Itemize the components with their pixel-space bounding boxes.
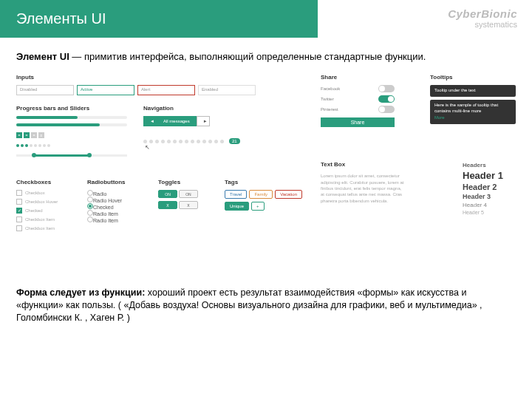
- checkboxes-section: Checkboxes Checkbox Checkbox Hover Check…: [16, 179, 80, 234]
- slide-title: Элементы UI: [16, 10, 106, 27]
- input-active[interactable]: Active: [77, 85, 134, 95]
- tooltip-more-link[interactable]: More: [434, 115, 511, 121]
- radio[interactable]: [87, 216, 93, 222]
- cursor-icon: ↖: [145, 144, 240, 151]
- tags-section: Tags Travel Family Vacation Unique +: [225, 179, 302, 214]
- brand-logo: CyberBionic systematics: [448, 7, 517, 29]
- tags-heading: Tags: [225, 179, 302, 185]
- inputs-section: Inputs Disabled Active Alert Enabled: [16, 74, 256, 95]
- checkboxes-heading: Checkboxes: [16, 179, 80, 185]
- radio[interactable]: [87, 197, 93, 202]
- toggle-on[interactable]: ON: [158, 190, 177, 198]
- navigation-section: Navigation ◄ All messages ► 21 ↖: [143, 105, 240, 151]
- checkbox[interactable]: [16, 199, 22, 205]
- ui-showcase: Inputs Disabled Active Alert Enabled Pro…: [16, 68, 516, 282]
- toggle-off[interactable]: X: [179, 201, 198, 209]
- tag[interactable]: Travel: [225, 190, 247, 199]
- textbox-heading: Text Box: [321, 160, 406, 168]
- tag[interactable]: Family: [249, 190, 273, 199]
- switch[interactable]: [378, 106, 395, 113]
- nav-heading: Navigation: [143, 105, 240, 112]
- checkbox[interactable]: [16, 225, 22, 231]
- nav-prev-icon[interactable]: ◄: [143, 116, 157, 126]
- share-heading: Share: [321, 74, 395, 81]
- brand-sub: systematics: [475, 20, 517, 29]
- checkbox-checked[interactable]: [16, 208, 22, 214]
- definition-text: Элемент UI — примитив интерфейса, выполн…: [16, 51, 516, 62]
- checkbox[interactable]: [16, 190, 22, 196]
- share-section: Share Facebook Twitter Pinterest Share: [321, 74, 395, 127]
- header-4: Header 4: [463, 202, 516, 208]
- input-plain[interactable]: Enabled: [198, 85, 256, 95]
- tooltip-multiline: Here is the sample of tooltip that conta…: [430, 100, 516, 124]
- progress-heading: Progress bars and Sliders: [16, 105, 127, 112]
- progress-bar-2: [16, 123, 127, 126]
- radio-checked[interactable]: [87, 203, 93, 209]
- input-disabled[interactable]: Disabled: [16, 85, 74, 95]
- radio[interactable]: [87, 210, 93, 216]
- slide-title-bar: Элементы UI: [0, 0, 318, 38]
- tag-add[interactable]: +: [251, 202, 265, 211]
- tooltip: Tooltip under the text: [430, 85, 516, 97]
- nav-next-icon[interactable]: ►: [197, 116, 210, 126]
- tag[interactable]: Unique: [225, 202, 249, 211]
- progress-dots: [16, 144, 127, 147]
- headers-heading: Headers: [463, 162, 516, 168]
- toggle-on[interactable]: X: [158, 201, 177, 209]
- inputs-heading: Inputs: [16, 74, 256, 81]
- toggles-heading: Toggles: [158, 179, 217, 185]
- nav-dotline: 21: [143, 138, 240, 144]
- slider-steps[interactable]: ===≡: [16, 132, 127, 138]
- footer-bold: Форма следует из функции:: [16, 287, 145, 298]
- toggles-section: Toggles ON ON X X: [158, 179, 217, 212]
- input-alert[interactable]: Alert: [137, 85, 195, 95]
- switch-on[interactable]: [378, 95, 395, 103]
- nav-badge: 21: [229, 138, 240, 144]
- toggle-off[interactable]: ON: [179, 190, 198, 198]
- range-slider[interactable]: [16, 154, 127, 157]
- nav-label[interactable]: All messages: [157, 116, 197, 126]
- radios-heading: Radiobuttons: [87, 179, 151, 185]
- textbox-section: Text Box Lorem ipsum dolor sit amet, con…: [321, 160, 406, 204]
- radios-section: Radiobuttons Radio Radio Hover Checked R…: [87, 179, 151, 223]
- header-5: Header 5: [463, 210, 516, 215]
- textbox-body: Lorem ipsum dolor sit amet, consectetur …: [321, 173, 406, 204]
- progress-section: Progress bars and Sliders ===≡: [16, 105, 127, 157]
- progress-bar-1: [16, 116, 127, 119]
- switch[interactable]: [378, 85, 395, 92]
- tooltips-heading: Tooltips: [430, 74, 516, 81]
- headers-section: Headers Header 1 Header 2 Header 3 Heade…: [463, 160, 516, 216]
- tag[interactable]: Vacation: [275, 190, 302, 199]
- radio[interactable]: [87, 190, 93, 196]
- share-button[interactable]: Share: [321, 117, 395, 127]
- definition-term: Элемент UI: [16, 51, 69, 62]
- tooltips-section: Tooltips Tooltip under the text Here is …: [430, 74, 516, 127]
- footer-text: Форма следует из функции: хороший проект…: [16, 287, 516, 324]
- header-1: Header 1: [463, 170, 516, 181]
- header-2: Header 2: [463, 183, 516, 191]
- header-3: Header 3: [463, 193, 516, 200]
- checkbox[interactable]: [16, 216, 22, 222]
- brand-name: CyberBionic: [448, 7, 517, 20]
- nav-pager[interactable]: ◄ All messages ►: [143, 116, 240, 126]
